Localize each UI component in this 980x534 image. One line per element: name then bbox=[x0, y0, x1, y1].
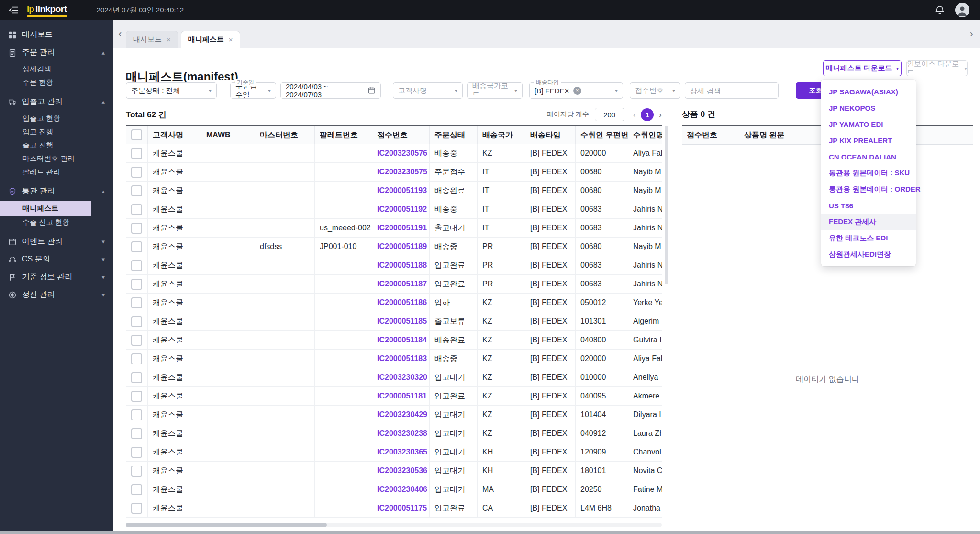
menu-item-us-t86[interactable]: US T86 bbox=[821, 197, 916, 214]
order-status-select[interactable]: 주문상태 : 전체 ▾ bbox=[126, 82, 217, 99]
row-checkbox[interactable] bbox=[131, 372, 142, 383]
sidebar-group-order-management[interactable]: 주문 관리 ▴ bbox=[0, 44, 113, 61]
pagination-prev-icon[interactable]: ‹ bbox=[633, 109, 636, 120]
close-icon[interactable]: × bbox=[167, 35, 171, 44]
cell-receipt-no-link[interactable]: IC2000051184 bbox=[372, 331, 430, 350]
sidebar-group-customs-management[interactable]: 통관 관리 ▴ bbox=[0, 182, 113, 200]
table-row[interactable]: 캐윤스쿨 IC2003230365 입고대기 KH [B] FEDEX 1209… bbox=[126, 443, 662, 462]
row-checkbox[interactable] bbox=[131, 353, 142, 364]
cell-receipt-no-link[interactable]: IC2000051186 bbox=[372, 294, 430, 312]
receipt-no-select[interactable]: 접수번호 ▾ bbox=[630, 82, 680, 99]
menu-item-jp-kix-prealert[interactable]: JP KIX PREALERT bbox=[821, 132, 916, 148]
table-row[interactable]: 캐윤스쿨 IC2000051186 입하 KZ [B] FEDEX 050012… bbox=[126, 294, 662, 312]
cell-receipt-no-link[interactable]: IC2003230576 bbox=[372, 144, 430, 163]
row-checkbox[interactable] bbox=[131, 503, 142, 514]
menu-item-yuhan-technos-edi[interactable]: 유한 테크노스 EDI bbox=[821, 230, 916, 246]
country-code-select[interactable]: 배송국가코드 ▾ bbox=[467, 82, 523, 99]
customer-select[interactable]: 고객사명 ▾ bbox=[393, 82, 463, 99]
table-row[interactable]: 캐윤스쿨 dfsdss JP001-010 IC2000051189 배송중 P… bbox=[126, 238, 662, 256]
row-checkbox[interactable] bbox=[131, 428, 142, 439]
menu-item-jp-yamato-edi[interactable]: JP YAMATO EDI bbox=[821, 116, 916, 132]
page-size-input[interactable] bbox=[595, 108, 624, 121]
tab-manifest[interactable]: 매니페스트 × bbox=[181, 31, 240, 48]
row-checkbox[interactable] bbox=[131, 316, 142, 327]
row-checkbox[interactable] bbox=[131, 297, 142, 308]
cell-receipt-no-link[interactable]: IC2000051193 bbox=[372, 182, 430, 200]
sidebar-group-cs-inquiry[interactable]: CS 문의 ▾ bbox=[0, 250, 113, 268]
menu-item-customs-raw-order[interactable]: 통관용 원본데이터 : ORDER bbox=[821, 181, 916, 197]
cell-receipt-no-link[interactable]: IC2000051181 bbox=[372, 387, 430, 406]
invoice-download-button[interactable]: 인보이스 다운로드 ▾ bbox=[906, 60, 968, 76]
row-checkbox[interactable] bbox=[131, 484, 142, 495]
table-row[interactable]: 캐윤스쿨 IC2003230576 배송중 KZ [B] FEDEX 02000… bbox=[126, 144, 662, 163]
pagination-page-1[interactable]: 1 bbox=[641, 108, 654, 121]
table-row[interactable]: 캐윤스쿨 IC2000051192 배송중 IT [B] FEDEX 00683… bbox=[126, 200, 662, 219]
sidebar-group-event-management[interactable]: 이벤트 관리 ▾ bbox=[0, 233, 113, 250]
sidebar-item-dashboard[interactable]: 대시보드 bbox=[0, 26, 113, 44]
tabs-scroll-right-icon[interactable]: › bbox=[970, 27, 973, 41]
logo[interactable]: lp linkport bbox=[27, 4, 67, 17]
menu-item-jp-nekopos[interactable]: JP NEKOPOS bbox=[821, 100, 916, 116]
sidebar-item-manifest[interactable]: 매니페스트 bbox=[0, 201, 91, 216]
cell-receipt-no-link[interactable]: IC2003230429 bbox=[372, 406, 430, 424]
scrollbar-thumb[interactable] bbox=[665, 126, 668, 284]
sidebar-group-inout-management[interactable]: 입출고 관리 ▴ bbox=[0, 93, 113, 111]
table-row[interactable]: 캐윤스쿨 IC2003230406 입고대기 MA [B] FEDEX 2025… bbox=[126, 480, 662, 499]
cell-receipt-no-link[interactable]: IC2003230575 bbox=[372, 163, 430, 182]
table-row[interactable]: 캐윤스쿨 IC2003230238 입고대기 KZ [B] FEDEX 0409… bbox=[126, 424, 662, 443]
row-checkbox[interactable] bbox=[131, 223, 142, 234]
row-checkbox[interactable] bbox=[131, 391, 142, 402]
table-row[interactable]: 캐윤스쿨 IC2000051181 입고완료 KZ [B] FEDEX 0400… bbox=[126, 387, 662, 406]
detail-search-input[interactable] bbox=[685, 82, 779, 99]
table-row[interactable]: 캐윤스쿨 IC2000051193 배송완료 IT [B] FEDEX 0068… bbox=[126, 182, 662, 200]
select-all-checkbox[interactable] bbox=[131, 129, 142, 140]
shipping-type-select[interactable]: 배송타입 [B] FEDEX × ▾ bbox=[529, 82, 623, 99]
table-horizontal-scrollbar[interactable] bbox=[126, 523, 662, 527]
user-avatar[interactable] bbox=[955, 3, 969, 17]
table-row[interactable]: 캐윤스쿨 us_meeed-002 IC2000051191 출고대기 IT [… bbox=[126, 219, 662, 238]
menu-item-cn-ocean-dalian[interactable]: CN OCEAN DALIAN bbox=[821, 148, 916, 165]
table-row[interactable]: 캐윤스쿨 IC2000051183 배송중 KZ [B] FEDEX 02000… bbox=[126, 350, 662, 368]
table-vertical-scrollbar[interactable] bbox=[665, 126, 668, 518]
cell-receipt-no-link[interactable]: IC2000051189 bbox=[372, 238, 430, 256]
cell-receipt-no-link[interactable]: IC2000051192 bbox=[372, 200, 430, 219]
row-checkbox[interactable] bbox=[131, 335, 142, 346]
cell-receipt-no-link[interactable]: IC2000051175 bbox=[372, 499, 430, 518]
close-icon[interactable]: × bbox=[229, 35, 233, 44]
sidebar-item-inbound-progress[interactable]: 입고 진행 bbox=[0, 125, 113, 138]
table-row[interactable]: 캐윤스쿨 IC2003230429 입고대기 KZ [B] FEDEX 1014… bbox=[126, 406, 662, 424]
row-checkbox[interactable] bbox=[131, 279, 142, 290]
scrollbar-thumb[interactable] bbox=[126, 523, 327, 527]
row-checkbox[interactable] bbox=[131, 204, 142, 215]
sidebar-item-detail-search[interactable]: 상세검색 bbox=[0, 62, 113, 76]
date-basis-select[interactable]: 기준일 주문접수일 ▾ bbox=[230, 82, 276, 99]
table-row[interactable]: 캐윤스쿨 IC2000051187 입고완료 PR [B] FEDEX 0068… bbox=[126, 275, 662, 294]
tab-dashboard[interactable]: 대시보드 × bbox=[126, 31, 178, 48]
row-checkbox[interactable] bbox=[131, 185, 142, 196]
row-checkbox[interactable] bbox=[131, 148, 142, 159]
sidebar-item-order-status[interactable]: 주문 현황 bbox=[0, 76, 113, 89]
cell-receipt-no-link[interactable]: IC2003230536 bbox=[372, 462, 430, 480]
table-row[interactable]: 캐윤스쿨 IC2003230536 입고대기 KH [B] FEDEX 1801… bbox=[126, 462, 662, 480]
remove-chip-icon[interactable]: × bbox=[573, 87, 581, 95]
sidebar-item-outbound-progress[interactable]: 출고 진행 bbox=[0, 138, 113, 152]
date-range-input[interactable]: 2024/04/03 ~ 2024/07/03 bbox=[280, 82, 381, 99]
table-row[interactable]: 캐윤스쿨 IC2000051184 배송완료 KZ [B] FEDEX 0408… bbox=[126, 331, 662, 350]
row-checkbox[interactable] bbox=[131, 409, 142, 420]
menu-item-jp-sagawa[interactable]: JP SAGAWA(ASIAX) bbox=[821, 83, 916, 100]
row-checkbox[interactable] bbox=[131, 260, 142, 271]
sidebar-group-settlement[interactable]: 정산 관리 ▾ bbox=[0, 286, 113, 304]
cell-receipt-no-link[interactable]: IC2003230365 bbox=[372, 443, 430, 462]
menu-item-customs-raw-sku[interactable]: 통관용 원본데이터 : SKU bbox=[821, 165, 916, 181]
cell-receipt-no-link[interactable]: IC2000051191 bbox=[372, 219, 430, 238]
pagination-next-icon[interactable]: › bbox=[658, 109, 662, 120]
row-checkbox[interactable] bbox=[131, 241, 142, 252]
tabs-scroll-left-icon[interactable]: ‹ bbox=[118, 27, 122, 41]
row-checkbox[interactable] bbox=[131, 167, 142, 178]
menu-item-fedex-customs-broker[interactable]: FEDEX 관세사 bbox=[821, 214, 916, 230]
table-row[interactable]: 캐윤스쿨 IC2003230320 입고대기 KZ [B] FEDEX 0100… bbox=[126, 368, 662, 387]
cell-receipt-no-link[interactable]: IC2000051183 bbox=[372, 350, 430, 368]
table-row[interactable]: 캐윤스쿨 IC2000051185 출고보류 KZ [B] FEDEX 1013… bbox=[126, 312, 662, 331]
row-checkbox[interactable] bbox=[131, 447, 142, 458]
cell-receipt-no-link[interactable]: IC2003230238 bbox=[372, 424, 430, 443]
